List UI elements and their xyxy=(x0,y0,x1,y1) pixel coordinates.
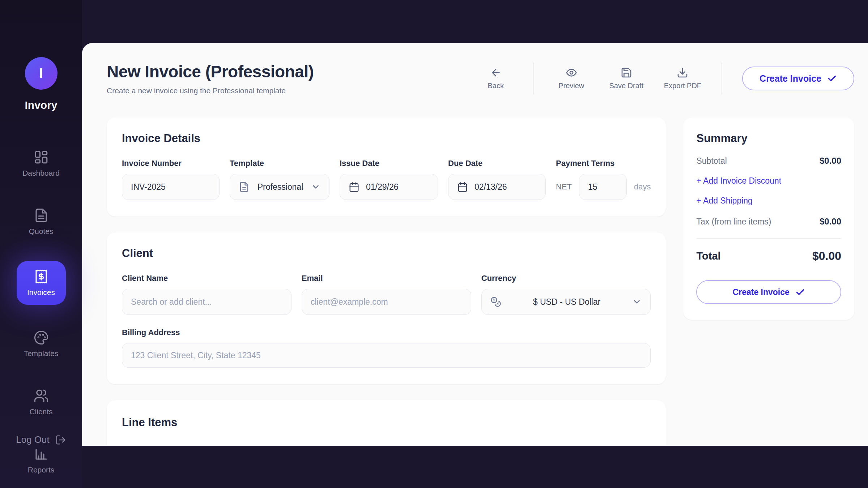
tax-value: $0.00 xyxy=(820,217,841,227)
preview-button[interactable]: Preview xyxy=(554,67,589,90)
page-title: New Invoice (Professional) xyxy=(107,62,314,81)
issue-date-label: Issue Date xyxy=(340,159,438,168)
total-value: $0.00 xyxy=(812,249,841,263)
header-actions: Back Preview Save Draft Export PDF Creat… xyxy=(478,63,854,94)
export-pdf-label: Export PDF xyxy=(664,82,701,90)
client-card: Client Client Name Email Currency xyxy=(107,232,666,384)
app-logo: I xyxy=(25,57,58,90)
main-content: New Invoice (Professional) Create a new … xyxy=(82,43,868,446)
create-invoice-label: Create Invoice xyxy=(760,73,821,84)
sidebar-item-dashboard[interactable]: Dashboard xyxy=(17,145,66,183)
app-logo-letter: I xyxy=(39,66,43,81)
due-date-label: Due Date xyxy=(448,159,546,168)
line-items-card: Line Items xyxy=(107,400,666,446)
preview-label: Preview xyxy=(558,82,584,90)
billing-address-input[interactable] xyxy=(122,343,651,368)
summary-heading: Summary xyxy=(696,132,841,145)
divider xyxy=(696,238,841,239)
client-name-input[interactable] xyxy=(122,289,292,315)
add-shipping-link[interactable]: + Add Shipping xyxy=(696,196,841,206)
sidebar-item-label: Quotes xyxy=(29,227,54,236)
payment-terms-field: Payment Terms NET days xyxy=(556,159,651,200)
sidebar-item-clients[interactable]: Clients xyxy=(17,383,66,421)
sidebar-nav: Dashboard Quotes Invoices Templates Clie… xyxy=(17,145,66,479)
calendar-icon xyxy=(349,181,359,192)
save-draft-label: Save Draft xyxy=(609,82,643,90)
invoice-details-card: Invoice Details Invoice Number Template … xyxy=(107,117,666,217)
sidebar-item-quotes[interactable]: Quotes xyxy=(17,203,66,241)
sidebar-item-label: Clients xyxy=(29,407,52,416)
tax-label: Tax (from line items) xyxy=(696,217,771,227)
subtotal-label: Subtotal xyxy=(696,156,727,166)
logout-icon xyxy=(55,435,66,445)
create-invoice-summary-button[interactable]: Create Invoice xyxy=(696,280,841,304)
billing-address-field: Billing Address xyxy=(122,328,651,368)
payment-terms-input[interactable] xyxy=(579,174,627,200)
currency-select[interactable]: $ USD - US Dollar xyxy=(481,289,651,315)
templates-icon xyxy=(34,330,49,345)
page-header-text: New Invoice (Professional) Create a new … xyxy=(107,62,314,95)
total-row: Total $0.00 xyxy=(696,249,841,263)
issue-date-value: 01/29/26 xyxy=(366,182,399,192)
total-label: Total xyxy=(696,250,720,262)
subtotal-value: $0.00 xyxy=(820,156,841,166)
page-subtitle: Create a new invoice using the Professio… xyxy=(107,86,314,95)
download-icon xyxy=(677,67,688,78)
template-value: Professional xyxy=(258,182,303,192)
invoice-details-heading: Invoice Details xyxy=(122,132,651,145)
tax-row: Tax (from line items) $0.00 xyxy=(696,217,841,227)
create-invoice-label: Create Invoice xyxy=(733,287,790,297)
sidebar-item-templates[interactable]: Templates xyxy=(17,325,66,363)
invoice-number-input[interactable] xyxy=(122,174,220,200)
chevron-down-icon xyxy=(311,182,320,192)
issue-date-picker[interactable]: 01/29/26 xyxy=(340,174,438,200)
sidebar: I Invory Dashboard Quotes Invoices Templ… xyxy=(0,0,82,488)
add-discount-link[interactable]: + Add Invoice Discount xyxy=(696,176,841,186)
invoices-icon xyxy=(34,269,49,284)
logout-button[interactable]: Log Out xyxy=(16,434,66,445)
issue-date-field: Issue Date 01/29/26 xyxy=(340,159,438,200)
payment-terms-label: Payment Terms xyxy=(556,159,651,168)
email-input[interactable] xyxy=(302,289,471,315)
save-icon xyxy=(621,67,632,78)
client-heading: Client xyxy=(122,247,651,260)
check-icon xyxy=(795,287,805,297)
export-pdf-button[interactable]: Export PDF xyxy=(664,67,701,90)
sidebar-item-invoices[interactable]: Invoices xyxy=(17,261,66,305)
sidebar-item-label: Reports xyxy=(28,466,55,474)
create-invoice-button[interactable]: Create Invoice xyxy=(742,67,854,90)
invoice-number-label: Invoice Number xyxy=(122,159,220,168)
client-name-label: Client Name xyxy=(122,274,292,283)
sidebar-item-label: Templates xyxy=(24,349,59,358)
due-date-picker[interactable]: 02/13/26 xyxy=(448,174,546,200)
coins-icon xyxy=(490,296,501,307)
sidebar-item-label: Invoices xyxy=(27,288,55,297)
app-name: Invory xyxy=(25,99,57,111)
sidebar-item-label: Dashboard xyxy=(22,169,60,177)
template-field: Template Professional xyxy=(230,159,329,200)
due-date-field: Due Date 02/13/26 xyxy=(448,159,546,200)
dashboard-icon xyxy=(34,150,49,165)
back-label: Back xyxy=(488,82,503,90)
email-field: Email xyxy=(302,274,471,315)
check-icon xyxy=(827,74,837,84)
eye-icon xyxy=(566,67,577,78)
currency-field: Currency $ USD - US Dollar xyxy=(481,274,651,315)
client-fields: Client Name Email Currency $ USD - US Do… xyxy=(122,274,651,315)
template-label: Template xyxy=(230,159,329,168)
back-button[interactable]: Back xyxy=(478,67,513,90)
page-header: New Invoice (Professional) Create a new … xyxy=(107,62,854,95)
payment-terms-row: NET days xyxy=(556,174,651,200)
invoice-details-fields: Invoice Number Template Professional Iss… xyxy=(122,159,651,200)
invoice-number-field: Invoice Number xyxy=(122,159,220,200)
currency-value: $ USD - US Dollar xyxy=(533,297,601,307)
form-column: Invoice Details Invoice Number Template … xyxy=(107,117,666,446)
save-draft-button[interactable]: Save Draft xyxy=(609,67,644,90)
arrow-left-icon xyxy=(490,67,502,78)
sidebar-item-reports[interactable]: Reports xyxy=(17,441,66,479)
template-select[interactable]: Professional xyxy=(230,174,329,200)
file-text-icon xyxy=(239,181,250,192)
due-date-value: 02/13/26 xyxy=(475,182,507,192)
reports-icon xyxy=(34,446,49,462)
subtotal-row: Subtotal $0.00 xyxy=(696,156,841,166)
